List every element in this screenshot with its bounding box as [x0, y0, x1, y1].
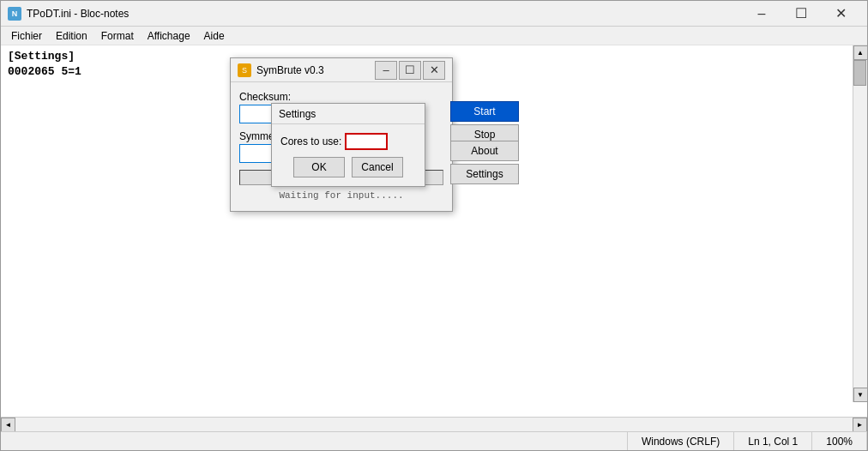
settings-ok-button[interactable]: OK — [293, 157, 345, 177]
notepad-icon: N — [8, 7, 21, 21]
settings-cancel-button[interactable]: Cancel — [352, 157, 403, 177]
cores-label: Cores to use: — [280, 135, 341, 147]
minimize-button[interactable]: – — [742, 1, 781, 27]
cores-row: Cores to use: — [280, 133, 416, 150]
scroll-left-arrow[interactable]: ◄ — [1, 418, 15, 432]
menu-aide[interactable]: Aide — [197, 28, 232, 44]
scrollbar-bottom[interactable]: ◄ ► — [1, 417, 867, 431]
status-position: Ln 1, Col 1 — [734, 432, 812, 450]
scroll-track[interactable] — [853, 60, 867, 388]
symbrute-icon: S — [238, 63, 251, 77]
settings-body: Cores to use: OK Cancel — [272, 124, 425, 186]
scroll-right-arrow[interactable]: ► — [853, 418, 867, 432]
window-title: TPoDT.ini - Bloc-notes — [27, 8, 742, 20]
scroll-bottom-track[interactable] — [15, 418, 853, 431]
symbrute-title-bar: S SymBrute v0.3 – ☐ ✕ — [231, 58, 452, 82]
scroll-down-arrow[interactable]: ▼ — [853, 388, 868, 402]
settings-button[interactable]: Settings — [450, 164, 519, 184]
scroll-thumb[interactable] — [853, 60, 866, 86]
scroll-up-arrow[interactable]: ▲ — [853, 45, 868, 60]
menu-affichage[interactable]: Affichage — [141, 28, 197, 44]
menu-fichier[interactable]: Fichier — [4, 28, 49, 44]
status-text: Waiting for input..... — [239, 189, 443, 202]
settings-dialog: Settings Cores to use: OK Cancel — [271, 103, 425, 187]
title-bar: N TPoDT.ini - Bloc-notes – ☐ ✕ — [1, 1, 867, 27]
scrollbar-right[interactable]: ▲ ▼ — [853, 45, 867, 402]
settings-buttons: OK Cancel — [280, 157, 416, 177]
menu-format[interactable]: Format — [94, 28, 141, 44]
settings-title: Settings — [272, 104, 425, 124]
start-button[interactable]: Start — [450, 101, 519, 122]
status-encoding: Windows (CRLF) — [628, 432, 734, 450]
symbrute-close[interactable]: ✕ — [423, 61, 445, 80]
symbrute-title: SymBrute v0.3 — [256, 64, 373, 76]
status-zoom: 100% — [812, 432, 867, 450]
about-button[interactable]: About — [450, 141, 519, 161]
title-bar-controls: – ☐ ✕ — [742, 1, 860, 27]
menu-edition[interactable]: Edition — [49, 28, 94, 44]
cores-input[interactable] — [345, 133, 388, 150]
checksum-label: Checksum: — [239, 91, 443, 103]
status-empty — [1, 432, 628, 450]
close-button[interactable]: ✕ — [821, 1, 860, 27]
symbrute-maximize[interactable]: ☐ — [399, 61, 421, 80]
menu-bar: Fichier Edition Format Affichage Aide — [1, 27, 867, 45]
status-bar: Windows (CRLF) Ln 1, Col 1 100% — [1, 431, 867, 450]
symbrute-controls: – ☐ ✕ — [373, 61, 445, 80]
symbrute-minimize[interactable]: – — [375, 61, 397, 80]
maximize-button[interactable]: ☐ — [781, 1, 821, 27]
